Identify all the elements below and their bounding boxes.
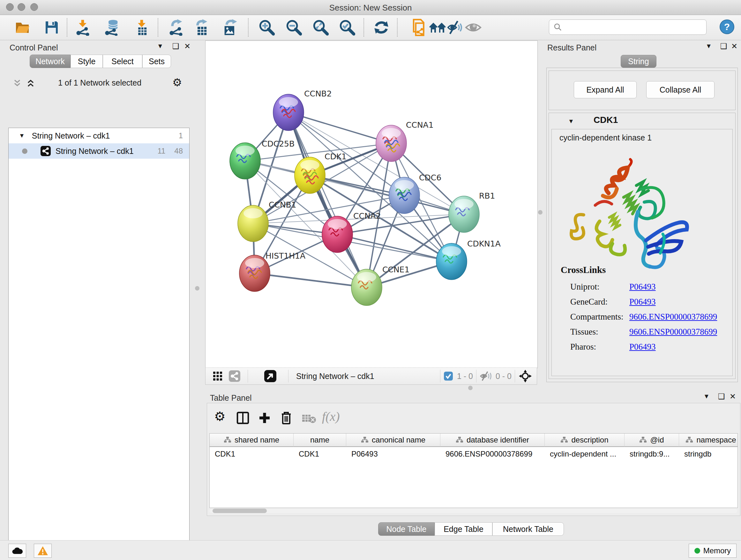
import-table-button[interactable] <box>133 19 151 36</box>
export-table-button[interactable] <box>193 19 211 36</box>
cloud-button[interactable] <box>8 544 26 558</box>
memory-button[interactable]: Memory <box>689 544 737 558</box>
section-expander-icon[interactable]: ▼ <box>568 118 574 125</box>
crosshair-icon[interactable] <box>518 369 532 383</box>
scrollbar-thumb[interactable] <box>212 509 267 513</box>
add-icon[interactable] <box>258 412 271 424</box>
column-header--id[interactable]: @id <box>624 434 679 447</box>
network-node-HIST1H1A[interactable]: HIST1H1A <box>239 251 306 292</box>
tab-network[interactable]: Network <box>30 55 71 68</box>
node-label: CCNB1 <box>269 200 296 209</box>
export-image-button[interactable] <box>221 19 239 36</box>
network-node-CCNE1[interactable]: CCNE1 <box>351 265 409 306</box>
close-panel-icon[interactable]: ✕ <box>731 42 738 51</box>
network-canvas[interactable]: CCNB2CCNA1CDC25BCDK1CDC6RB1CCNB1CCNA2CDK… <box>205 41 538 368</box>
splitter-handle[interactable] <box>538 210 542 214</box>
columns-icon[interactable] <box>237 412 249 424</box>
share-document-button[interactable] <box>410 19 428 36</box>
tab-style[interactable]: Style <box>71 55 103 68</box>
delete-icon[interactable] <box>280 411 293 425</box>
table-cell[interactable]: CDK1 <box>293 448 346 460</box>
column-header-database-identifier[interactable]: database identifier <box>441 434 545 447</box>
homes-button[interactable] <box>428 19 447 36</box>
tab-select[interactable]: Select <box>103 55 142 68</box>
crosslink-value-link[interactable]: 9606.ENSP00000378699 <box>629 312 717 322</box>
zoom-in-button[interactable] <box>258 19 275 36</box>
tab-string[interactable]: String <box>621 55 657 68</box>
warning-button[interactable] <box>34 544 52 558</box>
tree-expander-icon[interactable]: ▼ <box>19 132 25 139</box>
float-panel-icon[interactable]: ❑ <box>718 392 725 401</box>
share-icon[interactable] <box>228 370 241 382</box>
hide-unhide-button[interactable] <box>447 19 464 36</box>
zoom-out-button[interactable] <box>285 19 302 36</box>
column-header-shared-name[interactable]: shared name <box>210 434 293 447</box>
eye-button[interactable] <box>464 19 482 36</box>
delete-table-icon <box>301 414 316 424</box>
save-session-button[interactable] <box>43 19 61 36</box>
layout-refresh-button[interactable] <box>373 19 390 36</box>
table-cell[interactable]: stringdb <box>679 448 738 460</box>
gear-icon[interactable]: ⚙ <box>214 409 226 424</box>
network-edge[interactable] <box>288 112 367 287</box>
splitter-handle[interactable] <box>195 286 199 291</box>
network-node-CCNA1[interactable]: CCNA1 <box>376 120 434 162</box>
network-node-CCNB2[interactable]: CCNB2 <box>273 89 332 131</box>
crosslink-value-link[interactable]: P06493 <box>629 342 656 352</box>
network-edge[interactable] <box>288 112 391 143</box>
table-cell[interactable]: CDK1 <box>210 448 293 460</box>
table-cell[interactable]: 9606.ENSP00000378699 <box>441 448 545 460</box>
gear-icon[interactable]: ⚙ <box>172 76 182 89</box>
tab-sets[interactable]: Sets <box>142 55 171 68</box>
crosslink-value-link[interactable]: P06493 <box>629 282 656 292</box>
grid-icon[interactable] <box>212 371 223 381</box>
network-graph[interactable]: CCNB2CCNA1CDC25BCDK1CDC6RB1CCNB1CCNA2CDK… <box>205 41 537 367</box>
table-cell[interactable]: stringdb:9... <box>624 448 679 460</box>
expand-all-button[interactable]: Expand All <box>574 81 636 98</box>
collapse-panel-icon[interactable]: ▼ <box>703 393 710 400</box>
collapse-panel-icon[interactable]: ▼ <box>705 43 712 50</box>
open-session-button[interactable] <box>13 19 31 36</box>
column-header-description[interactable]: description <box>545 434 624 447</box>
horizontal-scrollbar[interactable] <box>209 509 737 513</box>
search-field[interactable] <box>549 19 706 35</box>
close-panel-icon[interactable]: ✕ <box>184 42 191 51</box>
crosslink-value-link[interactable]: P06493 <box>629 297 656 307</box>
splitter-handle[interactable] <box>468 386 473 390</box>
network-collection-row[interactable]: ▼ String Network – cdk1 1 <box>9 128 189 143</box>
table-cell[interactable]: cyclin-dependent ... <box>545 448 624 460</box>
crosslink-label: Tissues: <box>570 327 629 337</box>
selected-checkbox[interactable] <box>444 371 453 381</box>
column-header-canonical-name[interactable]: canonical name <box>346 434 441 447</box>
column-header-namespace[interactable]: namespace <box>679 434 738 447</box>
crosslink-value-link[interactable]: 9606.ENSP00000378699 <box>629 327 717 337</box>
network-node-RB1[interactable]: RB1 <box>449 191 495 233</box>
network-node-CDKN1A[interactable]: CDKN1A <box>436 239 501 280</box>
import-network-database-button[interactable] <box>103 19 121 36</box>
zoom-selected-button[interactable] <box>338 19 356 36</box>
export-network-button[interactable] <box>167 19 185 36</box>
column-header-name[interactable]: name <box>293 434 346 447</box>
close-panel-icon[interactable]: ✕ <box>730 392 736 401</box>
birdseye-icon[interactable] <box>264 370 277 382</box>
collapse-all-button[interactable]: Collapse All <box>646 81 715 98</box>
help-button[interactable]: ? <box>719 19 735 35</box>
tab-edge-table[interactable]: Edge Table <box>434 522 492 536</box>
network-node-CCNB1[interactable]: CCNB1 <box>238 200 296 242</box>
table-cell[interactable]: P06493 <box>346 448 441 460</box>
network-row[interactable]: String Network – cdk1 11 48 <box>9 143 189 159</box>
zoom-fit-button[interactable] <box>312 19 329 36</box>
control-panel-tabs: NetworkStyleSelectSets <box>30 55 171 68</box>
import-network-file-button[interactable] <box>74 19 91 36</box>
network-node-CDC6[interactable]: CDC6 <box>389 173 441 213</box>
network-node-CDK1[interactable]: CDK1 <box>294 152 347 193</box>
import-table-icon <box>133 19 150 36</box>
search-input[interactable] <box>562 20 706 34</box>
node-table[interactable]: shared namenamecanonical namedatabase id… <box>209 433 738 508</box>
tab-node-table[interactable]: Node Table <box>378 522 434 536</box>
tab-network-table[interactable]: Network Table <box>492 522 564 536</box>
network-edge[interactable] <box>255 273 367 287</box>
float-panel-icon[interactable]: ❑ <box>720 42 727 51</box>
collapse-panel-icon[interactable]: ▼ <box>157 43 163 50</box>
float-panel-icon[interactable]: ❑ <box>172 42 179 51</box>
